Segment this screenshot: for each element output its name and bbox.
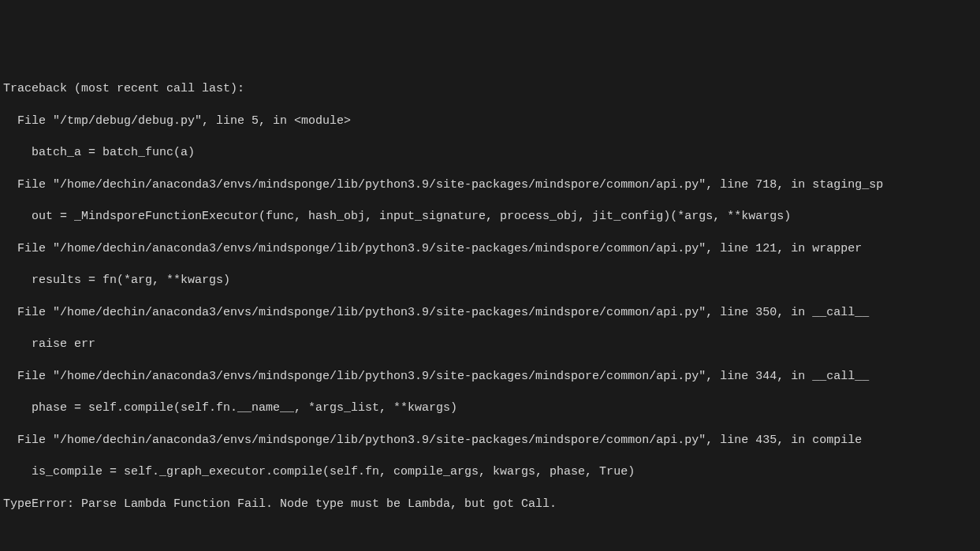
terminal-output: Traceback (most recent call last): File … [3, 65, 980, 551]
frame-1-code: out = _MindsporeFunctionExecutor(func, h… [3, 209, 980, 225]
frame-0-code: batch_a = batch_func(a) [3, 145, 980, 161]
frame-3-code: raise err [3, 337, 980, 352]
frame-0-file: File "/tmp/debug/debug.py", line 5, in <… [3, 114, 980, 129]
frame-3-file: File "/home/dechin/anaconda3/envs/mindsp… [3, 305, 980, 321]
frame-4-file: File "/home/dechin/anaconda3/envs/mindsp… [3, 369, 980, 385]
frame-4-code: phase = self.compile(self.fn.__name__, *… [3, 400, 980, 416]
frame-2-file: File "/home/dechin/anaconda3/envs/mindsp… [3, 241, 980, 257]
traceback-header: Traceback (most recent call last): [3, 81, 980, 97]
frame-2-code: results = fn(*arg, **kwargs) [3, 273, 980, 289]
frame-5-file: File "/home/dechin/anaconda3/envs/mindsp… [3, 433, 980, 449]
frame-5-code: is_compile = self._graph_executor.compil… [3, 464, 980, 480]
separator: ----------------------------------------… [3, 545, 980, 552]
frame-1-file: File "/home/dechin/anaconda3/envs/mindsp… [3, 177, 980, 193]
error-line: TypeError: Parse Lambda Function Fail. N… [3, 497, 980, 512]
